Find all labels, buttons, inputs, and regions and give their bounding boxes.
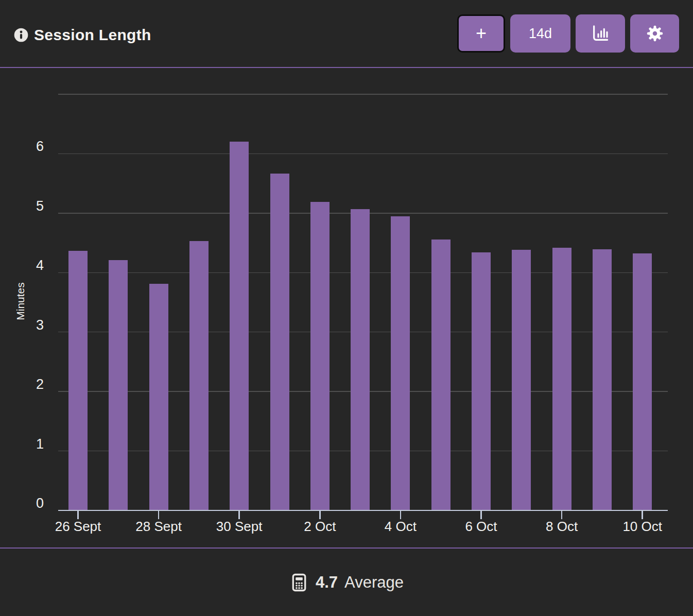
y-tick-label: 0 [18, 496, 44, 510]
x-axis-tick [480, 510, 482, 519]
chart-bar[interactable] [593, 249, 612, 510]
widget-footer: 4.7 Average [0, 549, 693, 616]
x-axis-label: 28 Sept [120, 519, 197, 535]
gridline [58, 153, 668, 155]
x-axis-label: 2 Oct [281, 519, 358, 535]
x-axis-tick [77, 510, 79, 519]
y-tick-label: 3 [18, 318, 44, 332]
chart-bar[interactable] [109, 260, 128, 510]
x-axis-tick [561, 510, 563, 519]
chart-bar[interactable] [351, 209, 370, 510]
x-axis-tick [400, 510, 402, 519]
chart-bar[interactable] [431, 239, 451, 510]
x-axis-label: 8 Oct [523, 519, 600, 535]
chart-bar[interactable] [552, 248, 571, 510]
gridline [58, 94, 668, 95]
chart-bar[interactable] [270, 174, 289, 510]
x-axis-tick [642, 510, 643, 519]
x-axis-tick [158, 510, 160, 519]
session-length-chart: Minutes 012345626 Sept28 Sept30 Sept2 Oc… [0, 0, 693, 616]
average-label: Average [344, 573, 404, 592]
x-axis-label: 6 Oct [443, 519, 520, 535]
x-axis-label: 10 Oct [604, 519, 681, 535]
x-axis-label: 30 Sept [201, 519, 278, 535]
average-value: 4.7 [316, 573, 338, 592]
chart-bar[interactable] [472, 252, 491, 510]
y-tick-label: 1 [18, 437, 44, 451]
y-tick-label: 5 [18, 199, 44, 213]
y-tick-label: 4 [18, 258, 44, 272]
chart-bar[interactable] [149, 284, 168, 510]
y-tick-label: 6 [18, 139, 44, 153]
calculator-icon [289, 573, 309, 592]
chart-bar[interactable] [68, 251, 88, 510]
chart-bar[interactable] [310, 202, 330, 510]
y-tick-label: 2 [18, 377, 44, 391]
chart-bar[interactable] [391, 216, 410, 510]
x-axis-tick [319, 510, 321, 519]
chart-bar[interactable] [189, 241, 209, 510]
x-axis-line [58, 510, 668, 511]
session-length-widget: Session Length + 14d [0, 0, 693, 616]
x-axis-tick [238, 510, 240, 519]
x-axis-label: 4 Oct [362, 519, 439, 535]
chart-bar[interactable] [633, 253, 652, 510]
chart-bar[interactable] [230, 142, 249, 510]
x-axis-label: 26 Sept [40, 519, 117, 535]
chart-bar[interactable] [512, 250, 531, 510]
